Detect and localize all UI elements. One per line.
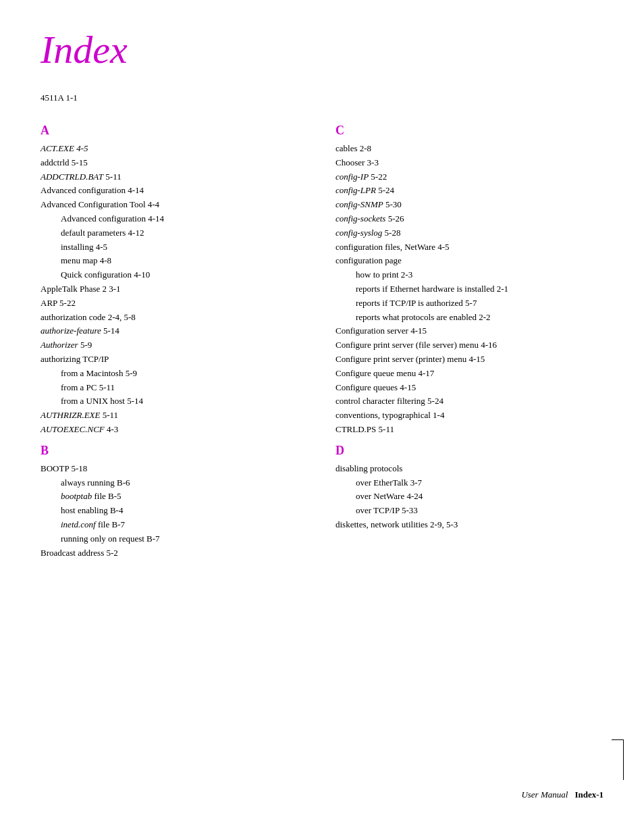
entry-config-lpr: config-LPR 5-24	[336, 184, 603, 198]
entry-cables: cables 2-8	[336, 142, 603, 156]
entry-advanced-config: Advanced configuration 4-14	[41, 184, 308, 198]
entry-config-sockets: config-sockets 5-26	[336, 212, 603, 226]
entry-config-ip: config-IP 5-22	[336, 170, 603, 184]
entry-auth-code: authorization code 2-4, 5-8	[41, 311, 308, 325]
entry-conventions: conventions, typographical 1-4	[336, 409, 603, 423]
entry-appletalk: AppleTalk Phase 2 3-1	[41, 282, 308, 296]
section-header-a: A	[41, 124, 308, 138]
entry-addctrld: addctrld 5-15	[41, 156, 308, 170]
entry-addctrld-bat: ADDCTRLD.BAT 5-11	[41, 170, 308, 184]
footer-label: User Manual	[521, 789, 568, 800]
entry-bootp: BOOTP 5-18	[41, 462, 308, 476]
page: Index 4511A 1-1 A ACT.EXE 4-5 addctrld 5…	[0, 0, 644, 834]
sub-entry-bootptab: bootptab file B-5	[41, 490, 308, 504]
sub-entry-quick-config: Quick configuration 4-10	[41, 268, 308, 282]
sub-entry-always-running: always running B-6	[41, 476, 308, 490]
entry-config-queue-menu: Configure queue menu 4-17	[336, 367, 603, 381]
entry-diskettes: diskettes, network utilities 2-9, 5-3	[336, 518, 603, 532]
entry-config-files-netware: configuration files, NetWare 4-5	[336, 240, 603, 255]
entry-act-exe: ACT.EXE 4-5	[41, 142, 308, 156]
entry-control-char-filtering: control character filtering 5-24	[336, 394, 603, 409]
sub-entry-menu-map: menu map 4-8	[41, 254, 308, 268]
entry-autoexec-ncf: AUTOEXEC.NCF 4-3	[41, 423, 308, 437]
sub-entry-running-on-request: running only on request B-7	[41, 532, 308, 546]
entry-config-server: Configuration server 4-15	[336, 324, 603, 338]
sub-entry-over-tcpip: over TCP/IP 5-33	[336, 504, 603, 518]
page-title: Index	[41, 27, 603, 72]
entry-chooser: Chooser 3-3	[336, 156, 603, 170]
section-header-b: B	[41, 444, 308, 458]
sub-entry-from-pc: from a PC 5-11	[41, 381, 308, 395]
sub-entry-reports-ethernet: reports if Ethernet hardware is installe…	[336, 282, 603, 296]
entry-authorizing-tcpip: authorizing TCP/IP	[41, 353, 308, 367]
entry-authrizr-exe: AUTHRIZR.EXE 5-11	[41, 409, 308, 423]
intro-line: 4511A 1-1	[41, 93, 603, 103]
sub-entry-from-mac: from a Macintosh 5-9	[41, 367, 308, 381]
entry-config-queues: Configure queues 4-15	[336, 381, 603, 395]
sub-entry-host-enabling: host enabling B-4	[41, 504, 308, 518]
sub-entry-advanced-config: Advanced configuration 4-14	[41, 212, 308, 226]
sub-entry-over-netware: over NetWare 4-24	[336, 490, 603, 504]
two-column-layout: A ACT.EXE 4-5 addctrld 5-15 ADDCTRLD.BAT…	[41, 117, 603, 565]
right-column: C cables 2-8 Chooser 3-3 config-IP 5-22 …	[336, 117, 603, 565]
section-header-d: D	[336, 444, 603, 458]
left-column: A ACT.EXE 4-5 addctrld 5-15 ADDCTRLD.BAT…	[41, 117, 308, 565]
entry-broadcast-address: Broadcast address 5-2	[41, 546, 308, 561]
entry-config-page: configuration page	[336, 254, 603, 268]
entry-authorize-feature: authorize-feature 5-14	[41, 324, 308, 338]
entry-authorizer: Authorizer 5-9	[41, 338, 308, 353]
entry-arp: ARP 5-22	[41, 296, 308, 311]
sub-entry-reports-protocols: reports what protocols are enabled 2-2	[336, 311, 603, 325]
footer: User Manual Index-1	[521, 789, 603, 800]
footer-page-number: Index-1	[574, 789, 603, 800]
entry-config-print-server-file: Configure print server (file server) men…	[336, 338, 603, 353]
entry-config-syslog: config-syslog 5-28	[336, 226, 603, 240]
entry-advanced-config-tool: Advanced Configuration Tool 4-4	[41, 198, 308, 212]
sub-entry-reports-tcpip: reports if TCP/IP is authorized 5-7	[336, 296, 603, 311]
sub-entry-inetd-conf: inetd.conf file B-7	[41, 518, 308, 532]
sub-entry-how-to-print: how to print 2-3	[336, 268, 603, 282]
entry-ctrld-ps: CTRLD.PS 5-11	[336, 423, 603, 437]
sub-entry-from-unix: from a UNIX host 5-14	[41, 394, 308, 409]
section-b: B BOOTP 5-18 always running B-6 bootptab…	[41, 444, 308, 561]
entry-disabling-protocols: disabling protocols	[336, 462, 603, 476]
section-a: A ACT.EXE 4-5 addctrld 5-15 ADDCTRLD.BAT…	[41, 124, 308, 437]
entry-config-print-server-printer: Configure print server (printer) menu 4-…	[336, 353, 603, 367]
sub-entry-default-params: default parameters 4-12	[41, 226, 308, 240]
entry-config-snmp: config-SNMP 5-30	[336, 198, 603, 212]
section-d: D disabling protocols over EtherTalk 3-7…	[336, 444, 603, 532]
page-border-decoration	[612, 739, 624, 780]
sub-entry-installing: installing 4-5	[41, 240, 308, 255]
sub-entry-over-ethertalk: over EtherTalk 3-7	[336, 476, 603, 490]
section-c: C cables 2-8 Chooser 3-3 config-IP 5-22 …	[336, 124, 603, 437]
section-header-c: C	[336, 124, 603, 138]
